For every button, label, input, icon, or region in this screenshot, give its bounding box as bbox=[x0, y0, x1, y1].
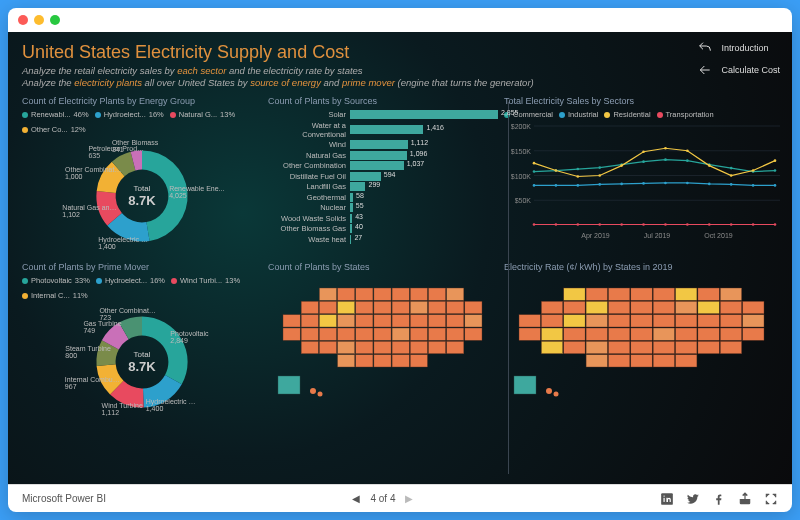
svg-rect-119 bbox=[631, 288, 652, 300]
svg-rect-108 bbox=[338, 355, 355, 367]
svg-point-114 bbox=[310, 388, 316, 394]
svg-rect-96 bbox=[428, 328, 445, 340]
svg-rect-66 bbox=[447, 288, 464, 300]
panel-sales[interactable]: Total Electricity Sales by Sectors Comme… bbox=[504, 96, 780, 256]
share-icon[interactable] bbox=[738, 492, 752, 506]
svg-rect-146 bbox=[541, 328, 562, 340]
svg-rect-140 bbox=[653, 315, 674, 327]
maximize-dot[interactable] bbox=[50, 15, 60, 25]
svg-rect-118 bbox=[608, 288, 629, 300]
svg-rect-107 bbox=[447, 341, 464, 353]
subtitle-1: Analyze the retail electricity sales by … bbox=[22, 65, 778, 76]
svg-rect-63 bbox=[392, 288, 409, 300]
twitter-icon[interactable] bbox=[686, 492, 700, 506]
svg-point-36 bbox=[555, 169, 558, 172]
svg-point-115 bbox=[318, 392, 323, 397]
svg-rect-133 bbox=[743, 301, 764, 313]
svg-rect-149 bbox=[608, 328, 629, 340]
svg-point-22 bbox=[774, 169, 777, 172]
linkedin-icon[interactable] bbox=[660, 492, 674, 506]
svg-rect-166 bbox=[608, 355, 629, 367]
svg-point-47 bbox=[533, 223, 536, 226]
svg-rect-101 bbox=[338, 341, 355, 353]
panel-energy-group[interactable]: Count of Electricity Plants by Energy Gr… bbox=[22, 96, 262, 256]
nav-calculate-cost[interactable]: Calculate Cost bbox=[697, 62, 780, 78]
svg-point-34 bbox=[774, 184, 777, 187]
svg-rect-144 bbox=[743, 315, 764, 327]
prev-page-button[interactable]: ◀ bbox=[352, 493, 360, 504]
svg-rect-127 bbox=[608, 301, 629, 313]
svg-point-40 bbox=[642, 150, 645, 153]
svg-text:Jul 2019: Jul 2019 bbox=[644, 232, 671, 239]
svg-point-50 bbox=[598, 223, 601, 226]
panel-map-plants[interactable]: Count of Plants by States bbox=[268, 262, 498, 422]
chart-grid: Count of Electricity Plants by Energy Gr… bbox=[22, 96, 778, 422]
next-page-button[interactable]: ▶ bbox=[405, 493, 413, 504]
panel-title: Count of Plants by Prime Mover bbox=[22, 262, 262, 272]
svg-text:$150K: $150K bbox=[511, 148, 532, 155]
svg-rect-121 bbox=[676, 288, 697, 300]
nav-introduction[interactable]: Introduction bbox=[697, 40, 780, 56]
svg-rect-164 bbox=[720, 341, 741, 353]
svg-rect-78 bbox=[301, 315, 318, 327]
report-canvas: United States Electricity Supply and Cos… bbox=[8, 32, 792, 484]
svg-point-20 bbox=[730, 167, 733, 170]
svg-rect-136 bbox=[564, 315, 585, 327]
svg-rect-162 bbox=[676, 341, 697, 353]
footer-brand: Microsoft Power BI bbox=[22, 493, 106, 504]
svg-rect-106 bbox=[428, 341, 445, 353]
svg-rect-82 bbox=[374, 315, 391, 327]
svg-rect-60 bbox=[338, 288, 355, 300]
svg-rect-100 bbox=[319, 341, 336, 353]
svg-rect-141 bbox=[676, 315, 697, 327]
panel-map-rate[interactable]: Electricity Rate (¢/ kWh) by States in 2… bbox=[504, 262, 780, 422]
svg-point-58 bbox=[774, 223, 777, 226]
svg-rect-90 bbox=[319, 328, 336, 340]
svg-point-52 bbox=[642, 223, 645, 226]
facebook-icon[interactable] bbox=[712, 492, 726, 506]
svg-rect-67 bbox=[301, 301, 318, 313]
svg-rect-170 bbox=[514, 376, 536, 394]
panel-prime-mover[interactable]: Count of Plants by Prime Mover Photovolt… bbox=[22, 262, 262, 422]
donut-center: Total 8.7K bbox=[128, 184, 155, 208]
close-dot[interactable] bbox=[18, 15, 28, 25]
svg-rect-165 bbox=[586, 355, 607, 367]
svg-rect-156 bbox=[541, 341, 562, 353]
svg-rect-152 bbox=[676, 328, 697, 340]
svg-rect-65 bbox=[428, 288, 445, 300]
svg-rect-147 bbox=[564, 328, 585, 340]
svg-rect-93 bbox=[374, 328, 391, 340]
bar-chart: Solar2,855Water at a Conventional1,416Wi… bbox=[268, 110, 498, 244]
svg-point-57 bbox=[752, 223, 755, 226]
svg-rect-81 bbox=[356, 315, 373, 327]
svg-point-33 bbox=[752, 184, 755, 187]
svg-point-42 bbox=[686, 149, 689, 152]
svg-rect-125 bbox=[564, 301, 585, 313]
titlebar bbox=[8, 8, 792, 32]
svg-rect-94 bbox=[392, 328, 409, 340]
svg-rect-64 bbox=[410, 288, 427, 300]
panel-title: Count of Plants by Sources bbox=[268, 96, 498, 106]
svg-point-27 bbox=[620, 183, 623, 186]
line-chart: $50K$100K$150K$200KApr 2019Jul 2019Oct 2… bbox=[504, 121, 780, 241]
fullscreen-icon[interactable] bbox=[764, 492, 778, 506]
svg-point-41 bbox=[664, 147, 667, 150]
minimize-dot[interactable] bbox=[34, 15, 44, 25]
svg-rect-79 bbox=[319, 315, 336, 327]
svg-point-23 bbox=[533, 184, 536, 187]
svg-rect-153 bbox=[698, 328, 719, 340]
svg-rect-168 bbox=[653, 355, 674, 367]
svg-rect-59 bbox=[319, 288, 336, 300]
svg-text:Oct 2019: Oct 2019 bbox=[704, 232, 733, 239]
svg-point-46 bbox=[774, 159, 777, 162]
svg-rect-104 bbox=[392, 341, 409, 353]
svg-point-55 bbox=[708, 223, 711, 226]
panel-sources[interactable]: Count of Plants by Sources Solar2,855Wat… bbox=[268, 96, 498, 256]
svg-point-171 bbox=[546, 388, 552, 394]
svg-rect-143 bbox=[720, 315, 741, 327]
svg-rect-167 bbox=[631, 355, 652, 367]
svg-rect-131 bbox=[698, 301, 719, 313]
svg-rect-88 bbox=[283, 328, 300, 340]
legend-prime-mover: Photovoltaic 33%Hydroelect... 16%Wind Tu… bbox=[22, 276, 262, 300]
svg-rect-120 bbox=[653, 288, 674, 300]
